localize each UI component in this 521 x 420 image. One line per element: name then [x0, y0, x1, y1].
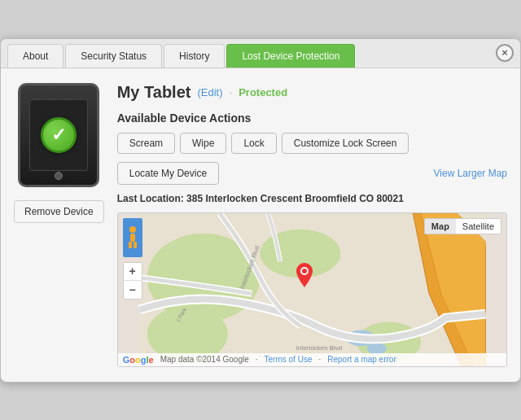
- tablet-icon: [18, 83, 99, 187]
- map-svg: Interlocken Blvd Interlocken Blvd t Park: [118, 213, 506, 366]
- svg-point-15: [302, 269, 307, 273]
- google-logo: Google: [123, 355, 154, 365]
- device-name: My Tablet: [117, 83, 191, 102]
- map-footer-sep2: ·: [318, 355, 321, 364]
- terms-of-use-link[interactable]: Terms of Use: [265, 355, 313, 364]
- map-data-label: Map data ©2014 Google: [160, 355, 249, 364]
- tablet-home-button: [55, 172, 63, 180]
- locate-device-button[interactable]: Locate My Device: [117, 162, 219, 185]
- wipe-button[interactable]: Wipe: [180, 133, 226, 154]
- tab-bar: About Security Status History Lost Devic…: [1, 39, 520, 68]
- map-view-button[interactable]: Map: [425, 219, 456, 234]
- map-pin: [296, 263, 313, 290]
- device-status: Protected: [239, 86, 287, 98]
- tab-security-status[interactable]: Security Status: [65, 44, 162, 68]
- scream-button[interactable]: Scream: [117, 133, 175, 154]
- device-header: My Tablet (Edit) · Protected: [117, 83, 507, 102]
- svg-rect-11: [130, 234, 135, 242]
- close-button[interactable]: ×: [496, 44, 514, 62]
- zoom-in-button[interactable]: +: [124, 263, 142, 281]
- zoom-controls: + −: [123, 262, 142, 300]
- svg-text:Interlocken Blvd: Interlocken Blvd: [296, 344, 342, 352]
- right-panel: My Tablet (Edit) · Protected Available D…: [117, 83, 507, 367]
- locate-row: Locate My Device View Larger Map: [117, 162, 507, 185]
- map-footer-sep: ·: [256, 355, 258, 364]
- app-window: About Security Status History Lost Devic…: [0, 38, 521, 383]
- report-map-error-link[interactable]: Report a map error: [327, 355, 396, 364]
- tab-lost-device-protection[interactable]: Lost Device Protection: [226, 44, 355, 68]
- svg-point-10: [129, 226, 136, 233]
- zoom-out-button[interactable]: −: [124, 281, 142, 299]
- actions-title: Available Device Actions: [117, 112, 507, 125]
- last-location-value: 385 Interlocken Crescent Broomfield CO 8…: [186, 193, 404, 204]
- protected-check-icon: [41, 117, 77, 153]
- action-buttons-group: Scream Wipe Lock Customize Lock Screen: [117, 133, 507, 154]
- streetview-button[interactable]: [123, 218, 142, 257]
- map-container: Interlocken Blvd Interlocken Blvd t Park…: [117, 212, 507, 367]
- last-location-label: Last Location:: [117, 193, 184, 204]
- customize-lock-screen-button[interactable]: Customize Lock Screen: [282, 133, 409, 154]
- remove-device-button[interactable]: Remove Device: [14, 200, 104, 223]
- map-type-buttons: Map Satellite: [424, 218, 501, 234]
- dot-separator: ·: [230, 86, 233, 98]
- last-location-text: Last Location: 385 Interlocken Crescent …: [117, 193, 507, 204]
- content-area: Remove Device My Tablet (Edit) · Protect…: [1, 68, 520, 382]
- lock-button[interactable]: Lock: [231, 133, 276, 154]
- satellite-view-button[interactable]: Satellite: [456, 219, 501, 234]
- map-footer: Google Map data ©2014 Google · Terms of …: [118, 353, 506, 366]
- view-larger-map-link[interactable]: View Larger Map: [434, 168, 508, 179]
- tab-history[interactable]: History: [164, 44, 225, 68]
- tab-about[interactable]: About: [7, 44, 63, 68]
- left-panel: Remove Device: [14, 83, 104, 367]
- svg-rect-13: [134, 242, 137, 248]
- svg-rect-12: [129, 242, 132, 248]
- edit-link[interactable]: (Edit): [197, 86, 222, 98]
- tablet-screen: [29, 99, 88, 171]
